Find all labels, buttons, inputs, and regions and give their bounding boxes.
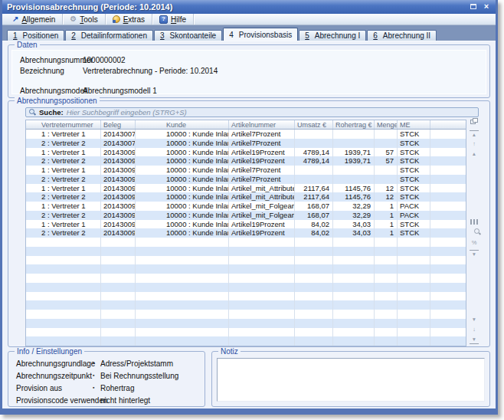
titlebar[interactable]: Provisionsabrechnung (Periode: 10.2014) …	[2, 0, 496, 14]
nav-prev-icon[interactable]: ▴	[470, 150, 479, 159]
cell-filler	[430, 256, 466, 265]
table-row[interactable]: 1 : Vertreter 1 20143009 10000 : Kunde I…	[26, 166, 466, 175]
cell-menge: 12	[375, 184, 398, 193]
cell-menge: 1	[375, 228, 398, 238]
percent-icon[interactable]: %	[470, 239, 479, 248]
table-row[interactable]: 2 : Vertreter 2 20143009 10000 : Kunde I…	[26, 211, 466, 220]
cell-filler	[430, 283, 466, 292]
tab-abrechnung-2[interactable]: 6Abrechnung II	[367, 30, 437, 41]
table-row[interactable]: 2 : Vertreter 2 20143009 10000 : Kunde I…	[26, 228, 466, 238]
cell-vertreternummer	[26, 264, 101, 274]
notiz-textarea[interactable]	[217, 358, 485, 402]
cell-kunde	[136, 274, 229, 283]
field-bezeichnung: Bezeichnung Vertreterabrechnung - Period…	[12, 67, 486, 76]
table-row[interactable]	[26, 247, 466, 256]
cell-umsatz	[295, 175, 333, 184]
cell-umsatz: 4789,14	[295, 148, 333, 157]
table-row[interactable]	[26, 292, 466, 301]
table-row[interactable]: 2 : Vertreter 2 20143009 10000 : Kunde I…	[26, 192, 466, 202]
table-row[interactable]: 1 : Vertreter 1 20143009 10000 : Kunde I…	[26, 220, 466, 229]
col-beleg[interactable]: Beleg	[101, 120, 136, 129]
group-positionen-legend: Abrechnungspositionen	[15, 97, 100, 105]
col-filler	[430, 120, 466, 129]
nav-last-icon[interactable]: ▾	[470, 336, 479, 344]
table-row[interactable]: 2 : Vertreter 2 20143009 10000 : Kunde I…	[26, 156, 466, 166]
table-row[interactable]: 2 : Vertreter 2 20143007 10000 : Kunde I…	[26, 139, 466, 148]
filter-icon[interactable]: ▾	[470, 250, 479, 258]
restore-icon	[470, 4, 476, 9]
col-umsatz[interactable]: Umsatz €	[295, 120, 333, 129]
col-me[interactable]: ME	[398, 120, 430, 129]
table-row[interactable]	[26, 319, 466, 328]
table-row[interactable]	[26, 283, 466, 292]
menu-tools[interactable]: ⚙ Tools	[63, 14, 105, 25]
cell-beleg: 20143007	[101, 130, 136, 139]
tab-abrechnung-1[interactable]: 5Abrechnung I	[299, 30, 366, 41]
nav-next-icon[interactable]: ▾	[470, 316, 479, 324]
table-row[interactable]: 1 : Vertreter 1 20143009 10000 : Kunde I…	[26, 184, 466, 193]
table-row[interactable]	[26, 274, 466, 283]
table-row[interactable]	[26, 310, 466, 319]
tab-provisionsbasis[interactable]: 4Provisionsbasis	[223, 28, 298, 41]
cell-filler	[430, 264, 466, 274]
table-row[interactable]	[26, 336, 466, 346]
menu-hilfe[interactable]: ? Hilfe	[152, 14, 194, 25]
cell-artikelnummer: Artikel7Prozent	[229, 139, 295, 148]
tab-detailinformationen[interactable]: 2Detailinformationen	[65, 30, 153, 41]
cell-me: STCK	[398, 192, 430, 202]
cell-rohertrag	[333, 130, 375, 139]
cell-artikelnummer	[229, 292, 295, 301]
tab-skontoanteile[interactable]: 3Skontoanteile	[154, 30, 222, 41]
table-body[interactable]: 1 : Vertreter 1 20143007 10000 : Kunde I…	[26, 130, 466, 346]
search-input[interactable]: Suche: Hier Suchbegriff eingeben (STRG+S…	[25, 107, 479, 117]
col-vertreternummer[interactable]: Vertreternummer	[26, 120, 101, 129]
cell-vertreternummer	[26, 336, 101, 346]
table-row[interactable]	[26, 238, 466, 247]
col-rohertrag[interactable]: Rohertrag €	[333, 120, 375, 129]
table-row[interactable]: 1 : Vertreter 1 20143007 10000 : Kunde I…	[26, 130, 466, 139]
nav-first-icon[interactable]: ▴	[470, 130, 479, 139]
table-row[interactable]	[26, 300, 466, 310]
nav-page-down-icon[interactable]: ↓	[470, 326, 479, 334]
menu-allgemein[interactable]: ↗ Allgemein	[5, 14, 63, 25]
cell-me: STCK	[398, 228, 430, 238]
group-daten-legend: Daten	[15, 41, 40, 49]
table-row[interactable]: 1 : Vertreter 1 20143009 10000 : Kunde I…	[26, 148, 466, 157]
tab-positionen[interactable]: 1Positionen	[7, 30, 64, 41]
record-search-icon[interactable]	[470, 228, 479, 237]
column-chooser-icon[interactable]	[470, 118, 479, 126]
cell-umsatz	[295, 300, 333, 310]
col-menge[interactable]: Menge	[375, 120, 398, 129]
restore-button[interactable]	[469, 2, 478, 11]
table-header[interactable]: Vertreternummer Beleg Kunde Artikelnumme…	[26, 120, 466, 130]
cell-vertreternummer: 1 : Vertreter 1	[26, 184, 101, 193]
table-row[interactable]: 1 : Vertreter 1 20143009 10000 : Kunde I…	[26, 202, 466, 211]
col-artikelnummer[interactable]: Artikelnummer	[229, 120, 295, 129]
bullet-icon: ▪	[93, 397, 94, 402]
cell-kunde: 10000 : Kunde Inland / Inlandsort	[136, 211, 229, 220]
cell-filler	[430, 175, 466, 184]
close-button[interactable]: ×	[482, 2, 491, 11]
cell-beleg	[101, 328, 136, 337]
table-nav-strip: ▴ ↑ ▴ % ▾ ▾ ↓ ▾	[468, 118, 480, 346]
cell-rohertrag	[333, 300, 375, 310]
menu-tools-label: Tools	[80, 15, 97, 24]
cell-artikelnummer	[229, 310, 295, 319]
cell-beleg	[101, 283, 136, 292]
table-row[interactable]: 2 : Vertreter 2 20143009 10000 : Kunde I…	[26, 175, 466, 184]
col-kunde[interactable]: Kunde	[136, 120, 229, 129]
table-row[interactable]	[26, 256, 466, 265]
table-row[interactable]	[26, 328, 466, 337]
nav-page-up-icon[interactable]: ↑	[470, 140, 479, 149]
card-view-icon[interactable]	[470, 218, 479, 226]
field-abrechnungsnummer: Abrechnungsnummer 1000000002	[12, 56, 486, 65]
menu-extras[interactable]: Extras	[106, 14, 152, 25]
cell-me: STCK	[398, 184, 430, 193]
table-row[interactable]	[26, 264, 466, 274]
cell-umsatz	[295, 328, 333, 337]
info-label: Provision aus	[16, 384, 62, 392]
cell-umsatz	[295, 247, 333, 256]
cell-rohertrag: 32,29	[333, 211, 375, 220]
cell-umsatz	[295, 166, 333, 175]
cell-artikelnummer: Artikel7Prozent	[229, 166, 295, 175]
